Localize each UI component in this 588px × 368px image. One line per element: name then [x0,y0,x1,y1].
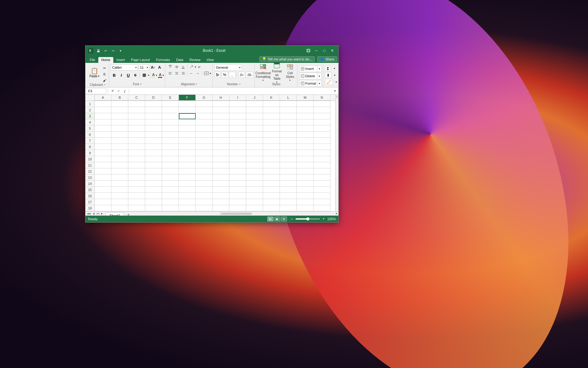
cell-M4[interactable] [297,119,314,125]
cell-D12[interactable] [145,168,162,174]
cell-B5[interactable] [111,125,128,132]
vertical-scrollbar[interactable] [335,95,338,211]
cell-H3[interactable] [213,113,229,119]
insert-function-button[interactable]: f [122,88,127,94]
cell-H18[interactable] [213,205,229,211]
cell-E12[interactable] [162,168,179,174]
paste-button[interactable]: 📋 Paste ▾ [88,64,101,81]
cell-D6[interactable] [145,132,162,138]
cell-D3[interactable] [145,113,162,119]
cell-B7[interactable] [111,138,128,144]
merge-center-arrow-icon[interactable]: ▾ [210,72,211,75]
row-header-13[interactable]: 13 [85,174,95,181]
cell-G17[interactable] [196,199,213,205]
row-header-7[interactable]: 7 [85,138,95,144]
cell-M12[interactable] [297,168,314,174]
cell-G15[interactable] [196,187,213,193]
cell-J4[interactable] [246,119,263,125]
cell-K11[interactable] [263,162,280,168]
cell-M16[interactable] [297,193,314,199]
col-header-N[interactable]: N [314,95,330,101]
cell-I18[interactable] [229,205,246,211]
cell-I10[interactable] [229,156,246,162]
conditional-formatting-button[interactable]: ConditionalFormatting ▾ [257,64,270,81]
cell-L2[interactable] [280,107,297,113]
cell-E8[interactable] [162,144,179,150]
zoom-in-button[interactable]: + [321,217,326,221]
col-header-C[interactable]: C [128,95,145,101]
cell-J6[interactable] [246,132,263,138]
cell-K10[interactable] [263,156,280,162]
cell-F16[interactable] [179,193,196,199]
cell-L9[interactable] [280,150,297,156]
cell-M8[interactable] [297,144,314,150]
cell-B1[interactable] [111,101,128,107]
tab-file[interactable]: File [87,57,98,63]
row-header-10[interactable]: 10 [85,156,95,162]
cell-M5[interactable] [297,125,314,132]
cell-M7[interactable] [297,138,314,144]
insert-cells-main[interactable]: Insert [299,65,317,72]
cell-B17[interactable] [111,199,128,205]
cell-H16[interactable] [213,193,229,199]
cell-D16[interactable] [145,193,162,199]
cell-I4[interactable] [229,119,246,125]
cell-N8[interactable] [314,144,330,150]
cell-F9[interactable] [179,150,196,156]
cell-K16[interactable] [263,193,280,199]
cell-H2[interactable] [213,107,229,113]
cell-J12[interactable] [246,168,263,174]
undo-quick-btn[interactable]: ↩ [103,48,109,54]
cell-M6[interactable] [297,132,314,138]
cell-C10[interactable] [128,156,145,162]
delete-cells-arrow[interactable]: ▾ [317,73,322,79]
maximize-button[interactable]: □ [321,48,328,54]
cell-A3[interactable] [95,113,111,119]
cell-H8[interactable] [213,144,229,150]
cell-C3[interactable] [128,113,145,119]
col-header-H[interactable]: H [213,95,229,101]
insert-cells-button[interactable]: Insert ▾ [299,65,322,72]
cell-A15[interactable] [95,187,111,193]
cell-I7[interactable] [229,138,246,144]
cell-B12[interactable] [111,168,128,174]
cell-I14[interactable] [229,181,246,187]
cell-K17[interactable] [263,199,280,205]
tab-data[interactable]: Data [173,57,186,63]
row-header-8[interactable]: 8 [85,144,95,150]
row-header-16[interactable]: 16 [85,193,95,199]
cell-L10[interactable] [280,156,297,162]
cell-F3[interactable] [179,113,196,119]
cell-H4[interactable] [213,119,229,125]
cell-A13[interactable] [95,174,111,181]
col-header-B[interactable]: B [111,95,128,101]
cell-I6[interactable] [229,132,246,138]
cell-D17[interactable] [145,199,162,205]
bold-button[interactable]: B [111,72,118,79]
col-header-L[interactable]: L [280,95,297,101]
strikethrough-button[interactable]: S [132,72,139,79]
cell-H10[interactable] [213,156,229,162]
sheet-tab-sheet1[interactable]: Sheet1 [105,213,124,216]
cell-N4[interactable] [314,119,330,125]
number-format-dropdown[interactable]: General ▾ [214,64,242,71]
cell-styles-button[interactable]: CellStyles ▾ [284,64,296,81]
cell-D11[interactable] [145,162,162,168]
cell-I2[interactable] [229,107,246,113]
cell-F7[interactable] [179,138,196,144]
cell-A4[interactable] [95,119,111,125]
cell-G4[interactable] [196,119,213,125]
cell-F1[interactable] [179,101,196,107]
zoom-slider[interactable] [296,218,320,220]
row-header-18[interactable]: 18 [85,205,95,211]
formula-bar-expand-button[interactable]: ▾ [334,89,336,93]
cell-K18[interactable] [263,205,280,211]
cell-G7[interactable] [196,138,213,144]
cell-N9[interactable] [314,150,330,156]
cell-D7[interactable] [145,138,162,144]
cell-J9[interactable] [246,150,263,156]
cell-I13[interactable] [229,174,246,181]
cell-B4[interactable] [111,119,128,125]
tab-home[interactable]: Home [98,57,113,63]
cell-C11[interactable] [128,162,145,168]
